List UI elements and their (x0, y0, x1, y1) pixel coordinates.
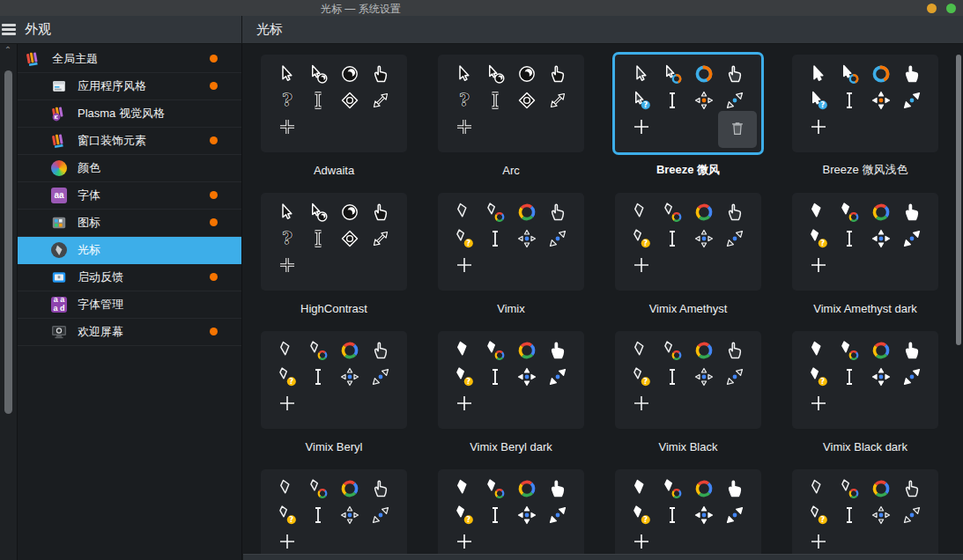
cursor-spinner-icon (870, 339, 892, 362)
theme-card-vimix-beryl-dark[interactable]: ? (438, 331, 584, 429)
cursor-cross-icon (808, 530, 829, 553)
cursor-cross-icon (454, 530, 475, 553)
delete-theme-button[interactable] (718, 111, 757, 148)
menu-hamburger-icon[interactable] (1, 22, 17, 38)
scroll-up-icon[interactable]: ⌃ (3, 46, 13, 55)
sidebar-item-label: 启动反馈 (78, 269, 123, 285)
cursor-arrow-busy-icon (485, 339, 506, 362)
cursor-hand-icon (370, 339, 391, 362)
svg-text:?: ? (643, 239, 648, 247)
icons-icon (50, 214, 68, 232)
welcome-screen-icon (50, 323, 68, 341)
cursor-spinner-icon (870, 201, 892, 224)
theme-card-partial-1[interactable]: ? (261, 469, 407, 560)
cursor-cross-icon (631, 530, 652, 553)
cursor-move-diamond-icon (516, 89, 537, 112)
theme-card-partial-4[interactable]: ? (792, 469, 938, 560)
theme-card-vimix[interactable]: ? (438, 193, 584, 291)
notification-dot (210, 82, 218, 90)
cursor-arrow-help-icon: ? (454, 365, 475, 388)
cursor-arrow-icon (277, 201, 298, 224)
theme-name-label: Vimix Amethyst dark (792, 291, 938, 326)
cursor-cross-icon (808, 115, 829, 138)
theme-card-partial-2[interactable]: ? (438, 469, 584, 560)
sidebar-item-launch-feedback[interactable]: 启动反馈 (18, 264, 241, 291)
cursor-resize-icon (901, 89, 922, 112)
sidebar-item-label: 光标 (78, 242, 100, 258)
sidebar-item-welcome-screen[interactable]: 欢迎屏幕 (18, 319, 241, 346)
sidebar-scrollbar-thumb[interactable] (4, 70, 12, 414)
cursor-spinner-icon (339, 477, 360, 500)
svg-text:?: ? (643, 515, 648, 524)
cursor-resize-icon (724, 227, 745, 250)
bottom-toolbar-edge (243, 554, 963, 560)
cursor-move-icon (870, 89, 892, 112)
cursor-spinner-icon (693, 201, 715, 224)
theme-name-label: Vimix Beryl (261, 429, 407, 464)
svg-text:?: ? (820, 377, 825, 386)
cursor-arrow-help-icon: ? (808, 504, 829, 527)
svg-text:?: ? (643, 100, 648, 109)
cursor-arrow-help-icon: ? (808, 89, 829, 112)
theme-card-vimix-beryl[interactable]: ? (261, 331, 407, 429)
cursor-arrow-busy-icon (839, 63, 860, 85)
cursor-arrow-icon (631, 339, 652, 362)
cursor-cross-icon (277, 530, 298, 553)
theme-card-adwaita[interactable]: ? (261, 55, 407, 152)
theme-card-vimix-black-dark[interactable]: ? (792, 331, 938, 429)
theme-cell-vimix-beryl: ?Vimix Beryl (261, 331, 407, 469)
sidebar-item-label: 全局主题 (52, 51, 98, 67)
sidebar-item-font-management[interactable]: a aa d字体管理 (18, 291, 241, 319)
cursor-hand-icon (370, 201, 391, 224)
global-theme-icon (25, 50, 42, 68)
cursor-spinner-icon (693, 477, 715, 500)
minimize-button[interactable] (927, 4, 937, 13)
svg-text:?: ? (643, 377, 648, 386)
cursor-ibeam-icon (485, 89, 506, 112)
cursor-arrow-icon (631, 201, 652, 224)
cursor-arrow-icon (277, 477, 298, 500)
svg-text:?: ? (820, 100, 825, 109)
app-window: { "window": { "title": "光标 — 系统设置", "con… (0, 0, 963, 560)
theme-card-vimix-amethyst-dark[interactable]: ? (792, 193, 938, 291)
sidebar-item-application-style[interactable]: 应用程序风格 (18, 73, 241, 100)
theme-card-highcontrast[interactable]: ? (261, 193, 407, 291)
font-management-icon: a aa d (50, 296, 68, 313)
main-scrollbar-thumb[interactable] (956, 55, 961, 345)
theme-card-arc[interactable]: ? (438, 55, 584, 152)
colors-icon (50, 159, 68, 177)
sidebar-item-colors[interactable]: 颜色 (18, 155, 241, 182)
cursor-spinner-icon (693, 339, 715, 362)
sidebar-item-cursors[interactable]: 光标 (18, 237, 241, 264)
theme-card-partial-3[interactable]: ? (615, 469, 761, 560)
cursor-hand-icon (901, 339, 922, 362)
cursor-hand-icon (724, 339, 745, 362)
window-title: 光标 — 系统设置 (321, 2, 401, 17)
cursor-spinner-icon (516, 339, 537, 362)
sidebar: ⌃ 全局主题应用程序风格Plasma 视觉风格窗口装饰元素颜色aa字体图标光标启… (0, 44, 242, 560)
sidebar-item-icons[interactable]: 图标 (18, 210, 241, 237)
theme-card-breeze[interactable]: ? (615, 55, 761, 152)
svg-text:?: ? (820, 515, 825, 524)
cursor-arrow-help-icon: ? (277, 365, 298, 388)
cursor-arrow-help-icon: ? (454, 504, 475, 527)
sidebar-item-plasma-style[interactable]: Plasma 视觉风格 (18, 100, 241, 128)
sidebar-item-window-decorations[interactable]: 窗口装饰元素 (18, 128, 241, 155)
cursor-arrow-help-icon: ? (631, 227, 652, 250)
theme-card-breeze-light[interactable]: ? (792, 55, 938, 152)
theme-name-label: Arc (438, 152, 584, 188)
theme-card-vimix-black[interactable]: ? (615, 331, 761, 429)
sidebar-scrollbar[interactable]: ⌃ (0, 44, 18, 560)
svg-text:?: ? (459, 90, 469, 109)
theme-card-vimix-amethyst[interactable]: ? (615, 193, 761, 291)
maximize-button[interactable] (946, 4, 956, 13)
sidebar-item-global-theme[interactable]: 全局主题 (18, 46, 241, 73)
cursor-resize-icon (724, 504, 745, 527)
theme-cell-vimix-black-dark: ?Vimix Black dark (792, 331, 938, 469)
cursor-cross-icon (277, 254, 298, 276)
cursor-move-icon (693, 89, 715, 112)
cursor-cross-icon (808, 254, 829, 276)
cursor-arrow-icon (454, 339, 475, 362)
cursor-ibeam-icon (307, 365, 329, 388)
sidebar-item-fonts[interactable]: aa字体 (18, 182, 241, 210)
